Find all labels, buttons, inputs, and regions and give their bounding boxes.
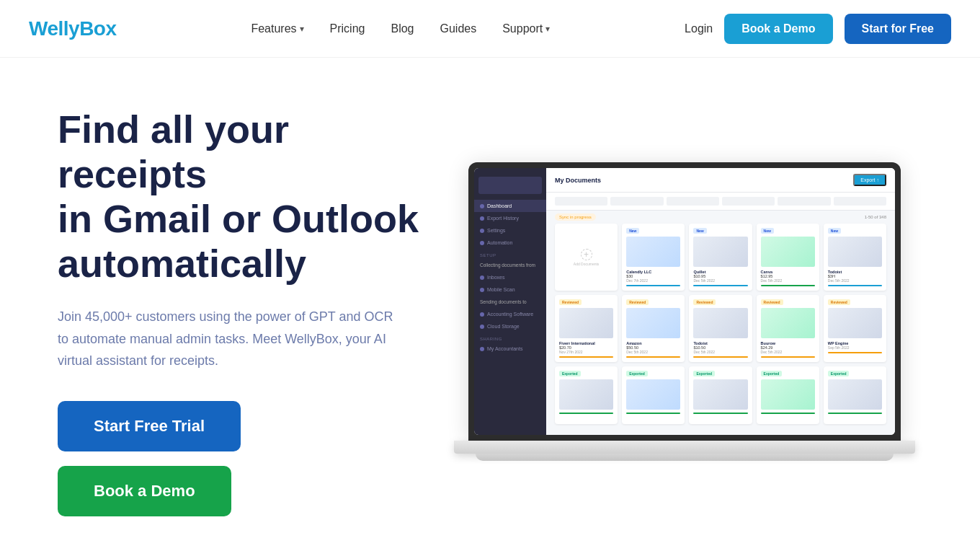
vendor-filter[interactable] — [778, 197, 830, 206]
doc-date: Dec 5th 2022 — [828, 278, 882, 283]
sidebar-dot-icon — [480, 241, 484, 245]
doc-status-line — [693, 413, 747, 414]
sidebar-accounting[interactable]: Accounting Software — [474, 308, 546, 320]
doc-badge-new: New — [626, 228, 639, 234]
doc-status-line — [761, 356, 815, 358]
doc-status-line — [693, 285, 747, 286]
status-pagination-bar: Sync in progress 1-50 of 348 — [546, 211, 895, 224]
doc-thumbnail — [693, 308, 747, 338]
source-filter[interactable] — [722, 197, 775, 206]
docs-grid-row2: Reviewed Fiverr International $20.70 Nov… — [546, 295, 895, 366]
doc-card-header: Reviewed — [693, 299, 747, 305]
doc-thumbnail — [828, 308, 882, 338]
app-export-button[interactable]: Export ↑ — [853, 174, 886, 186]
doc-card-exp-5[interactable]: Exported — [824, 366, 886, 424]
book-demo-button[interactable]: Book a Demo — [58, 466, 231, 516]
doc-thumbnail — [559, 379, 613, 410]
doc-status-line — [559, 413, 613, 414]
sidebar-sending: Sending documents to — [474, 296, 546, 308]
navbar: WellyBox Features Pricing Blog Guides Su… — [0, 0, 980, 58]
sidebar-mobile-scan[interactable]: Mobile Scan — [474, 283, 546, 296]
doc-card-header: New — [761, 228, 815, 234]
nav-start-free-button[interactable]: Start for Free — [845, 14, 951, 44]
doc-card-exp-4[interactable]: Exported — [757, 366, 819, 424]
doc-thumbnail — [693, 237, 747, 267]
nav-book-demo-button[interactable]: Book a Demo — [724, 14, 832, 44]
hero-subtitle: Join 45,000+ customers using the power o… — [58, 306, 404, 372]
doc-card-header: Reviewed — [761, 299, 815, 305]
doc-badge-exported: Exported — [626, 371, 648, 376]
nav-item-blog[interactable]: Blog — [391, 22, 414, 35]
app-title: My Documents — [555, 177, 601, 184]
doc-thumbnail — [559, 308, 613, 338]
doc-card-5[interactable]: Reviewed Fiverr International $20.70 Nov… — [555, 295, 618, 362]
status-filter[interactable] — [610, 197, 663, 206]
doc-status-line — [828, 413, 882, 414]
login-link[interactable]: Login — [685, 22, 713, 35]
doc-thumbnail — [626, 379, 680, 410]
doc-date: Sep 5th 2022 — [828, 345, 882, 350]
nav-item-support[interactable]: Support — [502, 22, 550, 35]
add-doc-label: Add Documents — [574, 262, 600, 266]
sidebar-item-settings[interactable]: Settings — [474, 224, 546, 237]
sidebar-logo — [478, 177, 542, 194]
doc-card-header: New — [626, 228, 680, 234]
hero-content: Find all your receipts in Gmail or Outlo… — [58, 107, 447, 516]
doc-card-header: Exported — [761, 371, 815, 376]
category-filter[interactable] — [834, 197, 886, 206]
doc-status-line — [761, 285, 815, 286]
sidebar-dot-icon — [480, 216, 484, 221]
doc-card-header: Exported — [559, 371, 613, 376]
sidebar-inboxes[interactable]: Inboxes — [474, 271, 546, 283]
nav-item-guides[interactable]: Guides — [440, 22, 476, 35]
sidebar-dot-icon — [480, 325, 484, 329]
hero-image: Dashboard Export History Settings A — [447, 162, 922, 461]
laptop-screen: Dashboard Export History Settings A — [468, 162, 901, 441]
filter-bar — [546, 193, 895, 211]
brand-logo[interactable]: WellyBox — [29, 17, 117, 40]
doc-card-header: Reviewed — [626, 299, 680, 305]
sidebar-dot-icon — [480, 312, 484, 317]
entity-filter[interactable] — [667, 197, 719, 206]
doc-badge-exported: Exported — [693, 371, 715, 376]
sidebar-item-dashboard[interactable]: Dashboard — [474, 200, 546, 212]
doc-card-2[interactable]: New Quillet $10.95 Dec 5th 2022 — [689, 224, 752, 291]
doc-status-line — [761, 413, 815, 414]
docs-grid-row3: Exported Exported — [546, 366, 895, 424]
sidebar-item-export[interactable]: Export History — [474, 212, 546, 224]
doc-card-9[interactable]: Reviewed WP Engine Sep 5th 2022 — [824, 295, 886, 362]
sidebar-dot-icon — [480, 229, 484, 233]
doc-card-exp-3[interactable]: Exported — [689, 366, 752, 424]
doc-date: Dec 5th 2022 — [761, 350, 815, 354]
doc-status-line — [828, 352, 882, 353]
sidebar-collecting[interactable]: Collecting documents from — [474, 259, 546, 271]
sidebar-accountants[interactable]: My Accountants — [474, 343, 546, 355]
doc-card-add[interactable]: + Add Documents — [555, 224, 618, 291]
doc-badge-reviewed: Reviewed — [828, 299, 850, 305]
doc-card-header: Reviewed — [559, 299, 613, 305]
doc-card-7[interactable]: Reviewed Todoist $10.50 Dec 5th 2022 — [689, 295, 752, 362]
laptop-base — [454, 441, 915, 454]
doc-card-6[interactable]: Reviewed Amazon $50.50 Dec 5th 2022 — [622, 295, 685, 362]
doc-card-3[interactable]: New Canva $12.95 Dec 5th 2022 — [757, 224, 819, 291]
doc-card-header: Exported — [828, 371, 882, 376]
nav-item-features[interactable]: Features — [251, 22, 303, 35]
date-filter[interactable] — [555, 197, 607, 206]
doc-card-header: Reviewed — [828, 299, 882, 305]
doc-card-4[interactable]: New Todoist $3H Dec 5th 2022 — [824, 224, 886, 291]
doc-date: Dec 5th 2022 — [693, 278, 747, 283]
doc-card-exp-1[interactable]: Exported — [555, 366, 618, 424]
doc-card-exp-2[interactable]: Exported — [622, 366, 685, 424]
doc-status-line — [693, 356, 747, 358]
add-doc-icon: + — [581, 249, 592, 260]
doc-card-8[interactable]: Reviewed Buurow $24.29 Dec 5th 2022 — [757, 295, 819, 362]
sidebar-cloud[interactable]: Cloud Storage — [474, 320, 546, 332]
doc-card-1[interactable]: New Calendly LLC $30 Dec 7th 2022 — [622, 224, 685, 291]
sidebar-item-automation[interactable]: Automation — [474, 237, 546, 249]
docs-grid-row1: + Add Documents New Calendly LLC $30 — [546, 224, 895, 295]
doc-badge-new: New — [828, 228, 841, 234]
app-preview: Dashboard Export History Settings A — [474, 168, 895, 435]
start-free-trial-button[interactable]: Start Free Trial — [58, 401, 241, 451]
nav-item-pricing[interactable]: Pricing — [330, 22, 365, 35]
app-main-content: My Documents Export ↑ Sync i — [546, 168, 895, 435]
